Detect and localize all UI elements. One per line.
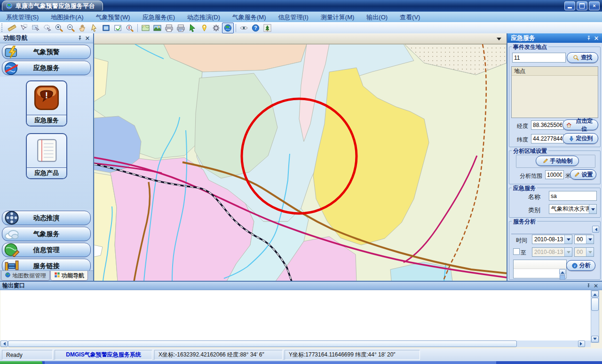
menu-item-2[interactable]: 地图操作(A) [45,13,89,22]
map-view-icon[interactable] [140,23,151,33]
toolbar-separator [236,24,236,32]
tab-scroll-left-icon[interactable] [592,226,599,233]
menu-item-4[interactable]: 应急服务(E) [136,13,181,22]
image-export-icon[interactable] [151,23,163,33]
right-panel-header: 应急服务 ✕ [507,33,602,43]
zoom-scale-icon[interactable] [124,23,135,33]
latitude-label: 纬度 [517,136,528,144]
zoom-in-icon[interactable] [53,23,65,33]
full-extent-icon[interactable] [100,23,112,33]
pin-icon[interactable] [76,35,84,42]
rect-select-icon[interactable] [30,23,41,33]
close-panel-icon[interactable]: ✕ [592,282,600,289]
nav-item-top-2[interactable]: 应急服务 [2,61,91,75]
left-tab-2[interactable]: 功能导航 [50,271,88,281]
pan-icon[interactable] [77,23,88,33]
map-canvas[interactable] [94,44,507,281]
pin-icon[interactable] [585,282,592,289]
app-globe-icon [6,2,13,9]
search-button[interactable]: 查找 [567,52,598,63]
menu-item-5[interactable]: 动态推演(D) [181,13,226,22]
emer-big-icon: ! [33,84,60,113]
nav-item-bottom-2[interactable]: 气象服务 [2,227,91,241]
scroll-up-icon[interactable] [559,269,566,275]
toolbar-grip[interactable] [1,24,4,32]
zoom-out-icon[interactable] [65,23,77,33]
scroll-left-icon[interactable] [0,340,8,347]
set-range-button[interactable]: 设置 [570,169,596,180]
menu-item-9[interactable]: 输出(O) [360,13,394,22]
refresh-icon[interactable] [112,23,124,33]
left-tab-1[interactable]: 地图数据管理 [1,271,50,281]
lasso-select-icon[interactable] [41,23,53,33]
measure-icon[interactable] [6,23,18,33]
globe-icon[interactable] [222,23,234,33]
menu-item-3[interactable]: 气象预警(W) [90,13,136,22]
menu-item-1[interactable]: 系统管理(S) [0,13,45,22]
restore-button[interactable] [577,1,587,10]
minimize-button[interactable] [564,1,575,10]
click-locate-button[interactable]: 点击定位 [562,119,598,130]
menu-item-8[interactable]: 测量计算(M) [315,13,361,22]
longitude-label: 经度 [517,122,528,130]
date-select-1[interactable]: 2010-08-13 [532,235,572,244]
element-list[interactable] [513,260,567,278]
locate-pin-icon[interactable] [198,23,210,33]
window-list-dropdown-icon[interactable] [495,36,503,42]
cloud-icon [4,226,20,242]
start-button-edge[interactable] [0,361,42,364]
manual-draw-button[interactable]: 手动绘制 [536,156,579,166]
select-icon[interactable] [18,23,30,33]
status-y-coordinate: Y坐标:1773164.11646699 纬度:44° 18′ 20″ [285,350,420,360]
nav-item-bottom-3[interactable]: 信息管理 [2,243,91,257]
arrow-tool-icon[interactable] [187,23,198,33]
hour-select-1[interactable]: 00 [574,235,594,244]
nav-item-bottom-1[interactable]: 动态推演 [2,211,91,225]
vertical-scrollbar[interactable] [591,290,599,343]
scroll-right-icon[interactable] [578,340,585,347]
to-label: 至 [521,249,526,257]
print-icon[interactable] [163,23,175,33]
settings-gear-icon[interactable] [210,23,222,33]
hour-select-2[interactable]: 00 [574,247,594,257]
time-label: 时间 [516,237,527,245]
scrollbar-thumb[interactable] [8,340,517,347]
scroll-up-icon[interactable] [591,291,599,297]
latitude-input[interactable] [531,134,564,143]
location-list[interactable]: 地点 [511,66,598,118]
horizontal-scrollbar[interactable] [0,340,591,347]
pin-icon[interactable] [585,35,593,42]
event-location-label: 事件发生地点 [512,43,548,51]
analyze-button[interactable]: i 分析 [566,260,595,271]
globe-tools-icon [4,242,20,258]
shortcut-label: 应急服务 [27,115,66,126]
tree-view-icon[interactable] [261,23,273,33]
eye-icon[interactable] [238,23,250,33]
service-name-input[interactable] [549,191,597,201]
dropdown-arrow-icon[interactable] [589,205,596,214]
menu-item-7[interactable]: 信息管理(I) [272,13,315,22]
date-select-2[interactable]: 2010-08-13 [532,247,572,257]
search-input[interactable] [512,53,566,63]
menu-item-10[interactable]: 查看(V) [394,13,426,22]
nav-item-top-1[interactable]: 气象预警 [2,45,91,59]
range-input[interactable] [545,170,564,179]
to-checkbox[interactable] [513,248,520,255]
service-type-select[interactable]: 气象和洪水灾害 [549,204,597,214]
close-button[interactable]: × [589,1,600,10]
scrollbar-thumb[interactable] [591,298,599,311]
status-system-name: DMGIS气象预警应急服务系统 [55,350,152,360]
longitude-input[interactable] [531,120,564,130]
locate-to-button[interactable]: 定位到 [562,133,598,144]
nav-label: 气象服务 [33,230,60,238]
print-color-icon[interactable] [175,23,187,33]
pointer-icon[interactable] [88,23,100,33]
menu-item-6[interactable]: 气象服务(M) [226,13,272,22]
close-panel-icon[interactable]: ✕ [84,35,91,42]
help-icon[interactable]: ? [250,23,261,33]
shortcut-button-1[interactable]: !应急服务 [26,80,67,127]
shortcut-button-2[interactable]: 应急产品 [26,133,67,179]
location-list-header: 地点 [512,67,598,76]
scroll-down-icon[interactable] [591,336,599,342]
close-panel-icon[interactable]: ✕ [593,35,600,42]
